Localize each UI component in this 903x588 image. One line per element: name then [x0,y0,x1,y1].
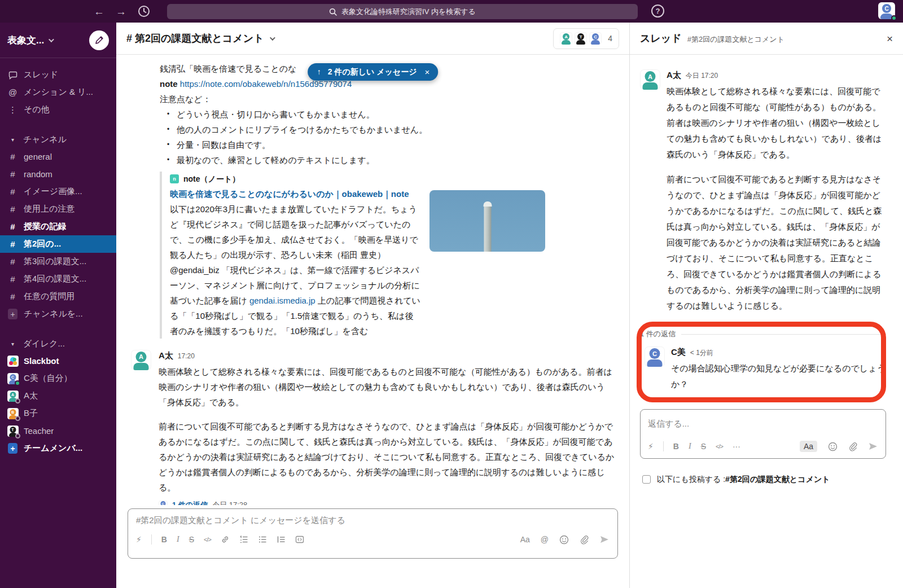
reply-count-link[interactable]: 1 件の返信 [172,501,208,505]
message-author[interactable]: A太 [159,350,173,361]
thread-channel-subtitle[interactable]: #第2回の課題文献とコメント [687,23,784,55]
bold-icon[interactable]: B [161,536,167,543]
dm-section-header[interactable]: ▾ ダイレク... [0,335,116,352]
message-author-avatar[interactable]: A [640,69,660,90]
more-formatting-icon[interactable]: ··· [733,442,740,450]
sidebar-item-channel-session2-active[interactable]: # 第2回の... [0,235,116,253]
code-icon[interactable]: </> [204,537,211,543]
card-body-link[interactable]: gendai.ismedia.jp [249,296,315,305]
avatar: C [7,373,19,384]
new-messages-banner[interactable]: ↑ 2 件の新しい メッセージ × [308,63,439,81]
history-clock-icon[interactable] [138,5,150,17]
channel-label: 使用上の注意 [24,204,74,214]
add-channel-label: チャンネルを... [24,309,83,319]
help-icon[interactable]: ? [651,5,664,17]
send-icon[interactable] [868,442,878,451]
bullet-icon: • [160,107,177,122]
plus-icon: + [8,309,17,319]
composer-placeholder[interactable]: #第2回の課題文献とコメント にメッセージを送信する [136,515,610,526]
sidebar-item-channel-session3[interactable]: # 第3回の課題文... [0,253,116,270]
bullet-list-icon[interactable] [258,535,267,544]
message-timestamp[interactable]: 17:20 [178,350,195,362]
message-timestamp[interactable]: < 1分前 [690,347,713,358]
sidebar-item-dm-teacher[interactable]: T Teacher [0,422,116,440]
close-icon[interactable]: × [887,33,893,44]
sidebar-item-channel-general[interactable]: # general [0,148,116,165]
code-icon[interactable]: </> [716,444,723,450]
presence-offline-dot [15,433,20,438]
bullet-text: どういう視点・切り口から書いてもかまいません。 [177,107,375,122]
user-avatar[interactable]: C [878,2,895,19]
shortcuts-bolt-icon[interactable]: ⚡ [136,536,142,543]
bold-icon[interactable]: B [673,442,679,450]
avatar-initial: A [645,71,656,82]
emoji-icon[interactable] [828,442,838,451]
message-author-avatar[interactable]: C [645,346,665,367]
strikethrough-icon[interactable]: S [189,536,194,543]
text-format-toggle[interactable]: Aa [800,441,817,452]
at-sign-icon: @ [8,87,17,97]
up-arrow-icon: ↑ [317,64,321,80]
sidebar-item-dm-bko[interactable]: B B子 [0,405,116,422]
send-icon[interactable] [599,535,610,544]
sidebar-item-more[interactable]: ⋮ その他 [0,101,116,119]
message-list: ↑ 2 件の新しい メッセージ × 銭清弘「映画を倍速で見ることのな note … [116,55,629,505]
add-teammates-label: チームメンバ... [24,443,82,454]
card-title-link[interactable]: 映画を倍速で見ることのなにがわるいのか｜obakeweb｜note [170,186,420,201]
message-author[interactable]: C美 [671,346,686,358]
code-block-icon[interactable] [295,535,304,544]
blockquote-icon[interactable] [277,535,286,544]
channel-title[interactable]: # 第2回の課題文献とコメント [126,32,264,45]
message-author-avatar[interactable]: A [131,350,151,370]
attachment-icon[interactable] [580,535,589,545]
channels-section-header[interactable]: ▾ チャンネル [0,131,116,148]
compose-button[interactable] [89,30,109,50]
ordered-list-icon[interactable] [239,535,248,544]
sidebar-item-channel-questions[interactable]: # 任意の質問用 [0,288,116,305]
close-icon[interactable]: × [425,64,430,80]
text-format-toggle[interactable]: Aa [520,536,530,543]
thread-reply-composer[interactable]: 返信する... ⚡ B I S </> ··· Aa [640,409,886,459]
forward-arrow-icon[interactable]: → [116,6,126,17]
replies-count-label: 1 件の返信 [640,326,676,342]
dm-label: Slackbot [24,356,59,366]
sidebar-item-channel-session4[interactable]: # 第4回の課題文... [0,270,116,288]
sidebar-item-threads[interactable]: スレッド [0,66,116,84]
last-reply-time: 今日 17:28 [212,501,247,505]
workspace-switcher[interactable]: 表象文... [7,34,44,47]
mention-icon[interactable]: @ [541,536,549,543]
sidebar-item-dm-cmi[interactable]: C C美（自分） [0,370,116,387]
shortcuts-bolt-icon[interactable]: ⚡ [648,442,654,450]
sidebar-item-channel-usage-notes[interactable]: # 使用上の注意 [0,200,116,218]
attachment-icon[interactable] [848,442,857,451]
link-icon[interactable] [221,535,230,544]
italic-icon[interactable]: I [689,442,691,450]
also-send-text: 以下にも投稿する : [657,475,725,484]
message-author[interactable]: A太 [667,69,681,81]
sidebar-item-dm-slackbot[interactable]: Slackbot [0,352,116,370]
message-composer[interactable]: #第2回の課題文献とコメント にメッセージを送信する ⚡ B I S </> [128,508,618,559]
back-arrow-icon[interactable]: ← [94,6,104,17]
sidebar-item-channel-images[interactable]: # イメージ画像... [0,183,116,200]
sidebar-item-dm-ata[interactable]: A A太 [0,387,116,405]
message-partial: 銭清弘「映画を倍速で見ることのな note https://note.com/o… [131,61,616,339]
members-button[interactable]: A T C 4 [553,28,619,49]
thread-reply-bar[interactable]: C 1 件の返信 今日 17:28 [159,501,616,505]
card-thumbnail-tower-image[interactable] [429,190,545,252]
composer-placeholder[interactable]: 返信する... [648,416,878,432]
search-placeholder: 表象文化論特殊研究演習IV 内を検索する [341,7,476,17]
sidebar-item-channel-random[interactable]: # random [0,165,116,183]
sidebar-item-add-channel[interactable]: + チャンネルを... [0,305,116,323]
emoji-icon[interactable] [559,535,569,545]
message-timestamp[interactable]: 今日 17:20 [686,70,718,81]
presence-online-dot [891,15,897,21]
strikethrough-icon[interactable]: S [701,442,706,450]
italic-icon[interactable]: I [177,536,179,543]
also-send-checkbox[interactable] [642,475,651,484]
sidebar-item-mentions[interactable]: @ メンション & リ... [0,84,116,101]
sidebar-item-add-teammates[interactable]: + チームメンバ... [0,440,116,457]
sidebar-item-channel-class-records[interactable]: # 授業の記録 [0,218,116,235]
search-input[interactable]: 表象文化論特殊研究演習IV 内を検索する [167,4,638,19]
caret-down-icon: ▾ [8,341,17,347]
card-body-text: 以下は2020年3月に書いたまま放置していたドラフトだ。ちょうど『現代ビジネス』… [170,204,420,305]
